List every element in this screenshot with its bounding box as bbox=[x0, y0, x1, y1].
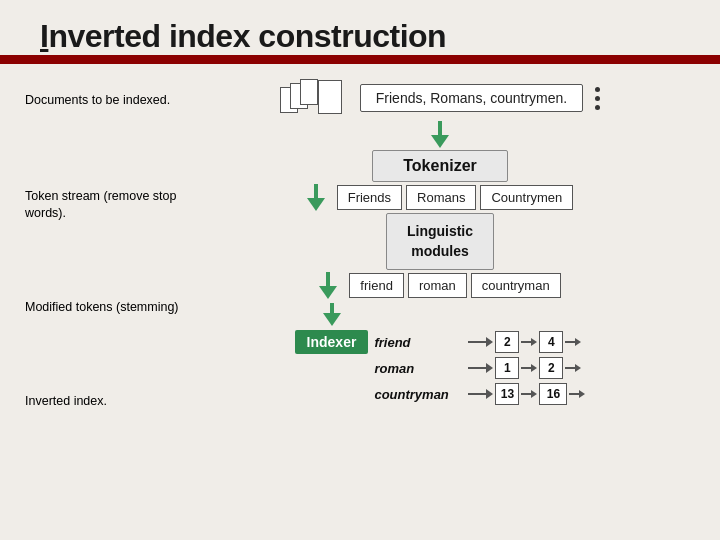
arr-line bbox=[468, 341, 486, 343]
dot-3 bbox=[595, 105, 600, 110]
arrow-stem-3 bbox=[326, 272, 330, 286]
posting-friend-1: 2 bbox=[495, 331, 519, 353]
arrow-to-ling bbox=[307, 184, 325, 211]
ellipsis-dots bbox=[595, 87, 600, 110]
main-diagram: Documents to be indexed. Token stream (r… bbox=[0, 74, 720, 409]
modified-token-boxes-row: friend roman countryman bbox=[349, 273, 560, 298]
index-word-roman: roman bbox=[374, 361, 464, 376]
arrow-stem-1 bbox=[438, 121, 442, 135]
arrow-head-1 bbox=[431, 135, 449, 148]
arrow-to-indexer bbox=[319, 272, 337, 299]
index-word-countryman: countryman bbox=[374, 387, 464, 402]
doc-page-4 bbox=[318, 80, 342, 114]
arrow-stem-2 bbox=[314, 184, 318, 198]
index-entry-friend: friend 2 4 bbox=[374, 331, 585, 353]
posting-roman-2: 2 bbox=[539, 357, 563, 379]
arrow-right-countryman bbox=[468, 389, 493, 399]
postings-friend: 2 4 bbox=[468, 331, 581, 353]
label-modified-tokens: Modified tokens (stemming) bbox=[25, 299, 180, 315]
arrow-head-4 bbox=[323, 313, 341, 326]
arrow-right-friend bbox=[468, 337, 493, 347]
arr-head bbox=[486, 337, 493, 347]
page: Inverted index construction Documents to… bbox=[0, 0, 720, 540]
flow-column: Friends, Romans, countrymen. Tokenizer bbox=[180, 79, 700, 409]
page-title: Inverted index construction bbox=[40, 18, 680, 55]
indexer-section: Indexer friend 2 bbox=[295, 303, 586, 405]
index-entry-countryman: countryman 13 16 bbox=[374, 383, 585, 405]
arrow-head-2 bbox=[307, 198, 325, 211]
title-underline bbox=[0, 58, 720, 64]
posting-arrow-r2 bbox=[565, 364, 581, 372]
posting-arrow-c bbox=[521, 390, 537, 398]
mod-token-countryman: countryman bbox=[471, 273, 561, 298]
document-icon bbox=[280, 79, 348, 117]
mod-token-roman: roman bbox=[408, 273, 467, 298]
title-rest: nverted index construction bbox=[48, 18, 446, 54]
token-friends: Friends bbox=[337, 185, 402, 210]
posting-arrow-f2 bbox=[565, 338, 581, 346]
token-romans: Romans bbox=[406, 185, 476, 210]
mod-token-friend: friend bbox=[349, 273, 404, 298]
dot-2 bbox=[595, 96, 600, 101]
posting-arrow-r bbox=[521, 364, 537, 372]
arrow-head-3 bbox=[319, 286, 337, 299]
arrow-indexer-col: Indexer bbox=[295, 303, 369, 354]
postings-countryman: 13 16 bbox=[468, 383, 585, 405]
token-stream-section: Friends Romans Countrymen bbox=[307, 184, 574, 211]
dot-1 bbox=[595, 87, 600, 92]
posting-countryman-1: 13 bbox=[495, 383, 519, 405]
token-countrymen: Countrymen bbox=[480, 185, 573, 210]
label-token-stream: Token stream (remove stop words). bbox=[25, 188, 180, 221]
title-area: Inverted index construction bbox=[0, 0, 720, 58]
linguistic-modules-box: Linguisticmodules bbox=[386, 213, 494, 270]
postings-roman: 1 2 bbox=[468, 357, 581, 379]
posting-countryman-2: 16 bbox=[539, 383, 567, 405]
posting-roman-1: 1 bbox=[495, 357, 519, 379]
arrow-right-roman bbox=[468, 363, 493, 373]
index-entries-list: friend 2 4 bbox=[374, 331, 585, 405]
arrow-stem-4 bbox=[330, 303, 334, 313]
tokenizer-box: Tokenizer bbox=[372, 150, 508, 182]
posting-arrow-f bbox=[521, 338, 537, 346]
posting-arrow-c2 bbox=[569, 390, 585, 398]
posting-friend-2: 4 bbox=[539, 331, 563, 353]
documents-row: Friends, Romans, countrymen. bbox=[280, 79, 600, 117]
token-boxes-row: Friends Romans Countrymen bbox=[337, 185, 574, 210]
arrow-to-tokenizer bbox=[431, 121, 449, 148]
label-inverted-index: Inverted index. bbox=[25, 393, 180, 409]
modified-tokens-section: friend roman countryman bbox=[319, 272, 560, 299]
label-documents: Documents to be indexed. bbox=[25, 92, 180, 108]
index-entry-roman: roman 1 2 bbox=[374, 357, 585, 379]
index-word-friend: friend bbox=[374, 335, 464, 350]
left-labels: Documents to be indexed. Token stream (r… bbox=[25, 79, 180, 409]
doc-page-3 bbox=[300, 79, 318, 105]
friends-romans-box: Friends, Romans, countrymen. bbox=[360, 84, 583, 112]
indexer-box: Indexer bbox=[295, 330, 369, 354]
